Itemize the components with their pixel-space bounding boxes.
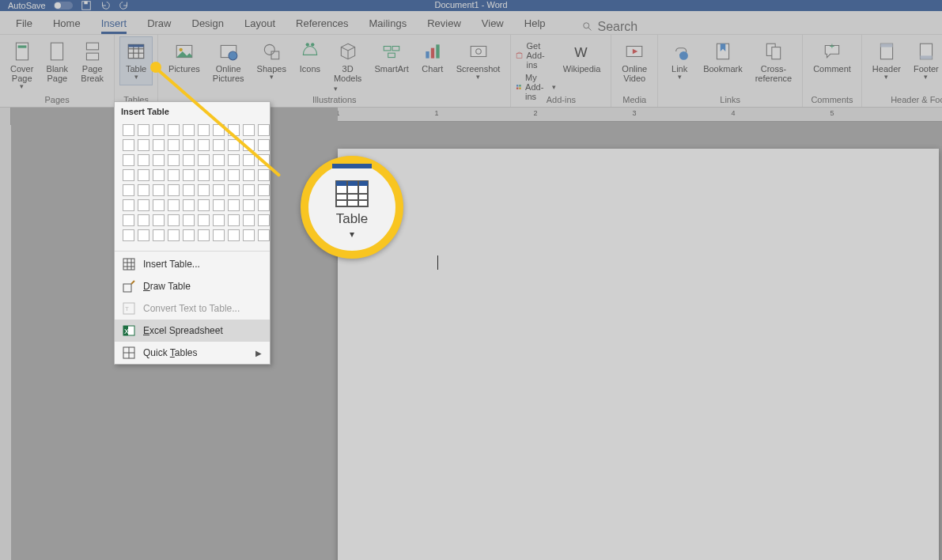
save-icon[interactable]: [81, 0, 92, 11]
tab-help[interactable]: Help: [524, 13, 546, 34]
vertical-ruler[interactable]: [0, 125, 11, 560]
grid-cell[interactable]: [138, 154, 149, 166]
grid-cell[interactable]: [258, 124, 270, 136]
grid-cell[interactable]: [183, 199, 195, 211]
grid-cell[interactable]: [138, 229, 149, 241]
grid-cell[interactable]: [123, 139, 134, 151]
grid-cell[interactable]: [243, 229, 255, 241]
redo-icon[interactable]: [119, 0, 130, 11]
cross-reference-button[interactable]: Cross- reference: [750, 36, 797, 87]
grid-cell[interactable]: [183, 214, 195, 226]
grid-cell[interactable]: [123, 124, 134, 136]
grid-cell[interactable]: [198, 169, 210, 181]
grid-cell[interactable]: [198, 229, 210, 241]
online-video-button[interactable]: Online Video: [616, 36, 653, 87]
grid-cell[interactable]: [213, 199, 225, 211]
grid-cell[interactable]: [198, 154, 210, 166]
screenshot-button[interactable]: Screenshot▾: [451, 36, 506, 85]
grid-cell[interactable]: [153, 199, 165, 211]
blank-page-button[interactable]: Blank Page: [40, 36, 74, 87]
grid-cell[interactable]: [213, 139, 225, 151]
page-break-button[interactable]: Page Break: [75, 36, 109, 87]
grid-cell[interactable]: [123, 214, 134, 226]
grid-cell[interactable]: [258, 139, 270, 151]
grid-cell[interactable]: [243, 214, 255, 226]
grid-cell[interactable]: [183, 229, 195, 241]
get-addins-button[interactable]: Get Add-ins: [516, 41, 555, 70]
grid-cell[interactable]: [168, 139, 180, 151]
grid-cell[interactable]: [153, 214, 165, 226]
grid-cell[interactable]: [228, 184, 240, 196]
search-box[interactable]: Search: [582, 20, 638, 34]
grid-cell[interactable]: [243, 199, 255, 211]
grid-cell[interactable]: [138, 214, 149, 226]
grid-cell[interactable]: [168, 214, 180, 226]
grid-cell[interactable]: [168, 154, 180, 166]
grid-cell[interactable]: [198, 139, 210, 151]
cover-page-button[interactable]: Cover Page▾: [5, 36, 39, 95]
grid-cell[interactable]: [123, 229, 134, 241]
grid-cell[interactable]: [168, 229, 180, 241]
grid-cell[interactable]: [183, 139, 195, 151]
grid-cell[interactable]: [123, 184, 134, 196]
grid-cell[interactable]: [258, 199, 270, 211]
grid-cell[interactable]: [198, 199, 210, 211]
grid-cell[interactable]: [258, 229, 270, 241]
grid-cell[interactable]: [153, 154, 165, 166]
grid-cell[interactable]: [168, 124, 180, 136]
3d-models-button[interactable]: 3D Models ▾: [328, 36, 367, 97]
tab-draw[interactable]: Draw: [147, 13, 171, 34]
tab-design[interactable]: Design: [192, 13, 224, 34]
grid-cell[interactable]: [198, 124, 210, 136]
horizontal-ruler[interactable]: 1 1 2 3 4 5: [338, 108, 942, 122]
grid-cell[interactable]: [243, 154, 255, 166]
draw-table-menuitem[interactable]: Draw Table: [115, 275, 270, 297]
grid-cell[interactable]: [243, 124, 255, 136]
grid-cell[interactable]: [228, 199, 240, 211]
online-pictures-button[interactable]: Online Pictures: [207, 36, 250, 87]
grid-cell[interactable]: [213, 214, 225, 226]
tab-home[interactable]: Home: [53, 13, 81, 34]
table-button[interactable]: Table ▾: [119, 36, 153, 85]
grid-cell[interactable]: [183, 169, 195, 181]
bookmark-button[interactable]: Bookmark: [698, 36, 748, 87]
grid-cell[interactable]: [123, 154, 134, 166]
footer-button[interactable]: Footer▾: [908, 36, 942, 85]
grid-cell[interactable]: [168, 199, 180, 211]
icons-button[interactable]: Icons: [293, 36, 327, 87]
quick-tables-menuitem[interactable]: Quick Tables ▶: [115, 342, 270, 364]
tab-file[interactable]: File: [16, 13, 32, 34]
grid-cell[interactable]: [168, 184, 180, 196]
grid-cell[interactable]: [258, 184, 270, 196]
tab-layout[interactable]: Layout: [244, 13, 275, 34]
grid-cell[interactable]: [153, 229, 165, 241]
tab-view[interactable]: View: [482, 13, 504, 34]
grid-cell[interactable]: [153, 169, 165, 181]
grid-cell[interactable]: [243, 184, 255, 196]
tab-mailings[interactable]: Mailings: [369, 13, 407, 34]
grid-cell[interactable]: [183, 184, 195, 196]
grid-cell[interactable]: [258, 169, 270, 181]
grid-cell[interactable]: [168, 169, 180, 181]
grid-cell[interactable]: [138, 169, 149, 181]
shapes-button[interactable]: Shapes▾: [252, 36, 292, 85]
tab-insert[interactable]: Insert: [101, 13, 127, 34]
grid-cell[interactable]: [198, 214, 210, 226]
grid-cell[interactable]: [228, 214, 240, 226]
grid-cell[interactable]: [123, 169, 134, 181]
grid-cell[interactable]: [198, 184, 210, 196]
smartart-button[interactable]: SmartArt: [369, 36, 414, 87]
grid-cell[interactable]: [228, 154, 240, 166]
undo-icon[interactable]: [100, 0, 111, 11]
grid-cell[interactable]: [243, 169, 255, 181]
grid-cell[interactable]: [138, 184, 149, 196]
excel-spreadsheet-menuitem[interactable]: X Excel Spreadsheet: [115, 320, 270, 342]
link-button[interactable]: Link▾: [663, 36, 696, 85]
grid-cell[interactable]: [138, 199, 149, 211]
grid-cell[interactable]: [258, 214, 270, 226]
grid-cell[interactable]: [213, 154, 225, 166]
grid-cell[interactable]: [153, 124, 165, 136]
grid-cell[interactable]: [123, 199, 134, 211]
grid-cell[interactable]: [138, 124, 149, 136]
grid-cell[interactable]: [213, 169, 225, 181]
